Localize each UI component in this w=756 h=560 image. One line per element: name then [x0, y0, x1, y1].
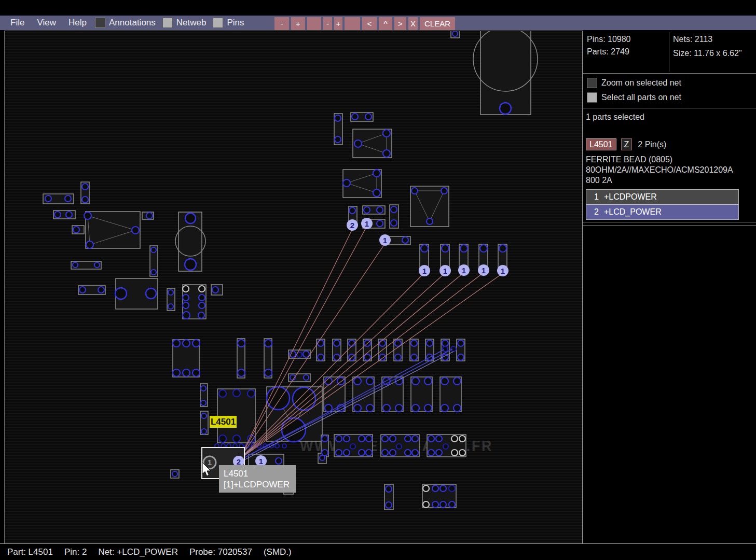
pin[interactable] [303, 351, 309, 357]
pin[interactable] [66, 212, 72, 218]
pin[interactable] [183, 312, 190, 319]
pin[interactable] [349, 340, 355, 346]
menu-view[interactable]: View [37, 18, 56, 28]
pin[interactable] [183, 340, 190, 347]
toggle-netweb[interactable]: Netweb [162, 18, 207, 28]
pin[interactable] [424, 377, 432, 385]
pin[interactable] [427, 218, 433, 225]
pin[interactable] [458, 340, 464, 346]
pin[interactable] [373, 170, 380, 177]
pin[interactable] [349, 207, 355, 214]
pin[interactable] [412, 436, 418, 442]
pin[interactable] [383, 150, 390, 157]
pins-checkbox[interactable] [213, 18, 223, 28]
pin[interactable] [183, 369, 190, 376]
button-<[interactable]: < [362, 17, 377, 30]
pin[interactable] [183, 286, 189, 292]
pin[interactable] [451, 450, 458, 456]
part-ref-button[interactable]: L4501 [586, 138, 616, 150]
pin[interactable] [359, 450, 365, 456]
pin[interactable] [412, 377, 419, 385]
pin[interactable] [233, 389, 240, 397]
pin[interactable] [290, 351, 296, 357]
pin[interactable] [322, 436, 328, 442]
pin[interactable] [424, 404, 432, 412]
pin[interactable] [265, 340, 272, 347]
pin[interactable] [151, 247, 156, 253]
pin[interactable] [334, 354, 340, 360]
pin[interactable] [423, 485, 429, 492]
pin[interactable] [421, 245, 428, 252]
button-x[interactable]: X [408, 17, 418, 30]
pin[interactable] [441, 404, 448, 412]
pin[interactable] [335, 136, 341, 143]
pin[interactable] [386, 502, 392, 508]
pin[interactable] [132, 227, 139, 234]
pin[interactable] [405, 436, 411, 442]
part-zoom-button[interactable]: Z [621, 138, 633, 150]
pin[interactable] [411, 188, 418, 194]
pin[interactable] [343, 436, 350, 442]
pin[interactable] [336, 436, 342, 442]
pin[interactable] [201, 413, 207, 418]
pin[interactable] [364, 207, 370, 213]
pin[interactable] [390, 450, 396, 456]
pin[interactable] [442, 340, 448, 346]
pin[interactable] [199, 286, 205, 292]
pin[interactable] [391, 206, 397, 213]
pin[interactable] [440, 485, 446, 492]
pin[interactable] [396, 444, 402, 449]
pin[interactable] [352, 114, 358, 120]
pin[interactable] [265, 369, 272, 376]
pin[interactable] [172, 471, 177, 477]
pin[interactable] [233, 435, 240, 442]
toggle-annotations[interactable]: Annotations [95, 18, 156, 28]
pin[interactable] [382, 436, 388, 442]
pin[interactable] [65, 195, 71, 202]
pin[interactable] [354, 140, 362, 147]
pin[interactable] [350, 444, 355, 449]
pin[interactable] [449, 501, 455, 508]
pin[interactable] [73, 262, 78, 268]
pin[interactable] [304, 375, 309, 380]
pin[interactable] [443, 346, 448, 352]
button-+[interactable]: + [291, 17, 305, 30]
pin[interactable] [185, 259, 196, 270]
pin[interactable] [441, 188, 447, 194]
pin[interactable] [412, 404, 419, 412]
pin[interactable] [441, 377, 448, 385]
pin[interactable] [382, 450, 388, 456]
pin[interactable] [73, 227, 79, 233]
pin[interactable] [173, 369, 180, 376]
pin[interactable] [428, 436, 434, 442]
pin[interactable] [379, 340, 386, 346]
pin[interactable] [395, 354, 401, 360]
pin[interactable] [94, 262, 100, 268]
pin-row-2[interactable]: 2+LCD_POWER [586, 205, 738, 219]
pin[interactable] [366, 404, 374, 412]
pin[interactable] [219, 435, 226, 442]
pin[interactable] [335, 115, 341, 121]
button--[interactable]: - [274, 17, 289, 30]
pin[interactable] [354, 377, 361, 385]
zoom-on-net-checkbox[interactable] [587, 78, 597, 88]
pin[interactable] [442, 245, 449, 252]
pin[interactable] [354, 404, 361, 412]
button-blank[interactable] [307, 17, 321, 30]
pin-row-1[interactable]: 1+LCDPOWER [586, 190, 738, 205]
annotations-checkbox[interactable] [95, 18, 105, 28]
pin[interactable] [98, 287, 104, 293]
pin[interactable] [402, 237, 408, 243]
pin[interactable] [219, 390, 226, 397]
pin[interactable] [54, 212, 61, 218]
button->[interactable]: > [394, 17, 406, 30]
pin[interactable] [168, 304, 173, 309]
pin[interactable] [82, 184, 88, 190]
pin[interactable] [383, 130, 390, 137]
pin[interactable] [45, 195, 51, 202]
toggle-pins[interactable]: Pins [213, 18, 244, 28]
pin[interactable] [185, 213, 196, 223]
pin[interactable] [373, 189, 380, 197]
pin[interactable] [201, 429, 207, 434]
netweb-checkbox[interactable] [162, 18, 173, 28]
